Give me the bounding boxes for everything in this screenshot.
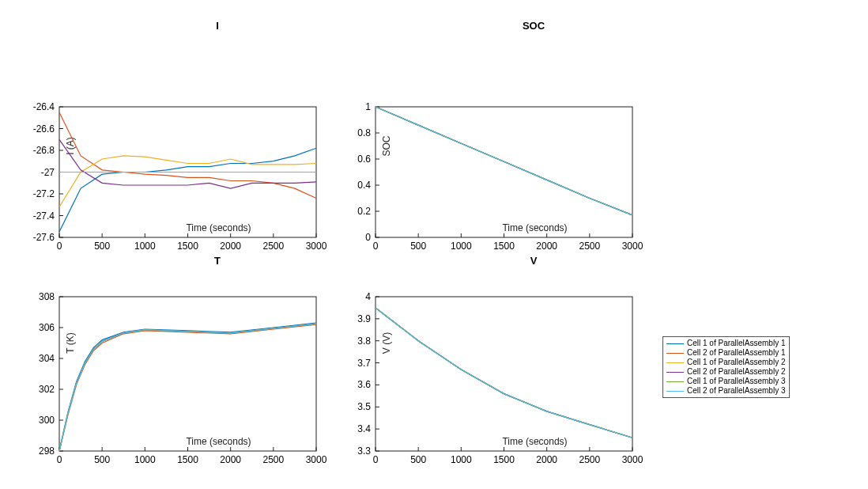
- svg-text:-26.6: -26.6: [33, 123, 55, 135]
- legend-swatch: [666, 391, 684, 392]
- svg-text:-27: -27: [41, 167, 55, 178]
- legend-label: Cell 1 of ParallelAssembly 1: [687, 339, 786, 348]
- svg-text:-26.4: -26.4: [33, 101, 55, 112]
- svg-text:0: 0: [365, 232, 371, 243]
- svg-rect-31: [376, 107, 632, 237]
- svg-text:3.7: 3.7: [357, 358, 371, 369]
- legend-swatch: [666, 353, 684, 354]
- svg-text:1: 1: [365, 101, 371, 112]
- svg-text:500: 500: [410, 241, 426, 252]
- legend-label: Cell 2 of ParallelAssembly 2: [687, 367, 786, 377]
- svg-text:3000: 3000: [306, 454, 327, 465]
- svg-text:0: 0: [57, 241, 62, 252]
- svg-text:SOC: SOC: [381, 135, 392, 156]
- svg-text:500: 500: [94, 454, 110, 465]
- svg-text:3.9: 3.9: [357, 313, 371, 324]
- svg-text:3.5: 3.5: [357, 401, 371, 412]
- svg-text:2000: 2000: [220, 454, 241, 465]
- svg-text:1000: 1000: [451, 241, 472, 252]
- svg-text:306: 306: [39, 322, 55, 333]
- svg-text:500: 500: [94, 241, 110, 252]
- svg-text:0: 0: [373, 241, 379, 252]
- series-line: [59, 324, 316, 451]
- legend-entry: Cell 1 of ParallelAssembly 2: [666, 358, 786, 367]
- svg-text:1500: 1500: [493, 454, 515, 465]
- series-line: [376, 308, 632, 438]
- svg-text:2500: 2500: [262, 241, 284, 252]
- svg-text:304: 304: [39, 353, 55, 364]
- series-line: [59, 324, 316, 451]
- svg-text:4: 4: [365, 291, 371, 302]
- chart-axes-I: 050010001500200025003000-27.6-27.4-27.2-…: [59, 107, 316, 237]
- svg-text:1000: 1000: [451, 454, 472, 465]
- svg-text:1500: 1500: [177, 454, 198, 465]
- svg-text:0.6: 0.6: [357, 154, 371, 165]
- chart-title-I: I: [59, 20, 376, 32]
- svg-text:0.2: 0.2: [357, 206, 371, 217]
- series-line: [376, 107, 632, 215]
- series-line: [376, 308, 632, 438]
- legend-swatch: [666, 372, 684, 373]
- svg-text:2500: 2500: [579, 241, 600, 252]
- figure: I SOC T V 050010001500200025003000-27.6-…: [0, 0, 868, 489]
- svg-text:0.8: 0.8: [357, 127, 371, 138]
- legend-entry: Cell 1 of ParallelAssembly 1: [666, 339, 786, 348]
- svg-text:1500: 1500: [493, 241, 515, 252]
- svg-text:Time (seconds): Time (seconds): [186, 436, 251, 447]
- svg-text:300: 300: [39, 415, 55, 426]
- legend-entry: Cell 2 of ParallelAssembly 1: [666, 348, 786, 358]
- svg-text:3.8: 3.8: [357, 335, 371, 347]
- legend-entry: Cell 1 of ParallelAssembly 3: [666, 377, 786, 386]
- series-line: [59, 323, 316, 451]
- legend-swatch: [666, 343, 684, 344]
- svg-text:3.6: 3.6: [357, 379, 371, 390]
- svg-text:302: 302: [39, 384, 55, 395]
- series-line: [59, 156, 316, 207]
- svg-text:0: 0: [57, 454, 62, 465]
- svg-text:500: 500: [410, 454, 426, 465]
- svg-text:0: 0: [373, 454, 379, 465]
- svg-text:0.4: 0.4: [357, 180, 371, 191]
- chart-axes-V: 0500100015002000250030003.33.43.53.63.73…: [376, 297, 632, 451]
- legend-swatch: [666, 362, 684, 363]
- legend: Cell 1 of ParallelAssembly 1Cell 2 of Pa…: [662, 336, 790, 398]
- legend-label: Cell 2 of ParallelAssembly 1: [687, 348, 786, 358]
- legend-label: Cell 1 of ParallelAssembly 3: [687, 377, 786, 386]
- series-line: [59, 139, 316, 188]
- svg-text:2500: 2500: [262, 454, 284, 465]
- series-line: [59, 324, 316, 451]
- svg-text:3.4: 3.4: [357, 423, 371, 434]
- chart-axes-T: 0500100015002000250030002983003023043063…: [59, 297, 316, 451]
- svg-text:V (V): V (V): [381, 332, 392, 354]
- svg-text:-27.4: -27.4: [33, 210, 55, 222]
- svg-text:-27.6: -27.6: [33, 232, 55, 243]
- legend-entry: Cell 2 of ParallelAssembly 3: [666, 386, 786, 396]
- svg-text:3000: 3000: [622, 241, 643, 252]
- svg-text:Time (seconds): Time (seconds): [502, 222, 567, 233]
- legend-label: Cell 1 of ParallelAssembly 2: [687, 358, 786, 367]
- svg-text:-27.2: -27.2: [33, 188, 55, 199]
- series-line: [376, 308, 632, 438]
- chart-title-T: T: [59, 255, 376, 267]
- svg-text:2500: 2500: [579, 454, 600, 465]
- svg-text:298: 298: [39, 445, 55, 457]
- svg-text:Time (seconds): Time (seconds): [502, 436, 567, 447]
- svg-text:1000: 1000: [134, 241, 156, 252]
- svg-text:1000: 1000: [134, 454, 156, 465]
- svg-text:T (K): T (K): [65, 332, 76, 353]
- series-line: [376, 308, 632, 438]
- svg-text:3000: 3000: [622, 454, 643, 465]
- chart-axes-SOC: 05001000150020002500300000.20.40.60.81Ti…: [376, 107, 632, 237]
- legend-swatch: [666, 381, 684, 382]
- svg-text:I (A): I (A): [65, 137, 76, 155]
- svg-text:308: 308: [39, 291, 55, 302]
- svg-rect-60: [59, 297, 316, 451]
- svg-text:Time (seconds): Time (seconds): [186, 222, 251, 233]
- svg-text:2000: 2000: [536, 454, 557, 465]
- svg-text:1500: 1500: [177, 241, 198, 252]
- svg-text:3.3: 3.3: [357, 445, 371, 457]
- chart-title-V: V: [376, 255, 692, 267]
- svg-text:-26.8: -26.8: [33, 145, 55, 156]
- chart-title-SOC: SOC: [376, 20, 692, 32]
- series-line: [59, 148, 316, 232]
